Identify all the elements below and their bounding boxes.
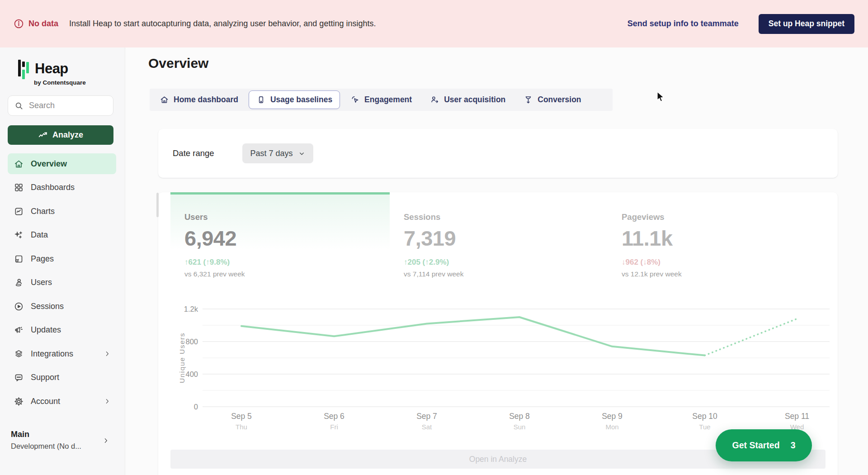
metric-users[interactable]: Users 6,942 ↑621 (↑9.8%) vs 6,321 prev w… (184, 212, 245, 278)
sidebar-item-pages[interactable]: Pages (8, 248, 116, 269)
svg-text:1.2k: 1.2k (184, 305, 198, 313)
sidebar-item-integrations[interactable]: Integrations (8, 343, 116, 364)
send-setup-info-link[interactable]: Send setup info to teammate (627, 19, 739, 28)
get-started-button[interactable]: Get Started 3 (716, 429, 812, 461)
sidebar-item-dashboards[interactable]: Dashboards (8, 177, 116, 198)
get-started-count: 3 (791, 440, 796, 451)
no-data-banner: No data Install Heap to start autocaptur… (0, 0, 868, 48)
scrollbar-thumb[interactable] (156, 193, 159, 217)
metric-sessions[interactable]: Sessions 7,319 ↑205 (↑2.9%) vs 7,114 pre… (404, 212, 463, 278)
sidebar-item-support[interactable]: Support (8, 367, 116, 388)
svg-text:Tue: Tue (699, 423, 710, 431)
heap-logo-icon (18, 59, 31, 79)
support-icon (14, 372, 24, 383)
sidebar-item-sessions[interactable]: Sessions (8, 296, 116, 317)
tab-home-dashboard[interactable]: Home dashboard (152, 90, 246, 109)
analyze-button[interactable]: Analyze (8, 125, 113, 145)
search-placeholder: Search (29, 101, 55, 110)
svg-text:Fri: Fri (330, 423, 338, 431)
tab-engagement[interactable]: Engagement (343, 90, 420, 109)
sidebar-item-updates[interactable]: Updates (8, 320, 116, 341)
funnel-icon (524, 95, 533, 104)
svg-text:Sun: Sun (514, 423, 526, 431)
svg-text:Mon: Mon (605, 423, 618, 431)
svg-text:Sep 9: Sep 9 (602, 412, 623, 421)
home-icon (160, 95, 169, 104)
workspace-switcher[interactable]: Main Development (No d... (11, 430, 115, 451)
analyze-icon (38, 130, 48, 140)
date-range-label: Date range (173, 148, 214, 158)
sidebar-item-account[interactable]: Account (8, 391, 116, 412)
date-range-dropdown[interactable]: Past 7 days (242, 143, 313, 163)
metric-comparison: vs 7,114 prev week (404, 270, 463, 278)
metric-value: 6,942 (184, 226, 245, 251)
svg-text:Thu: Thu (236, 423, 247, 431)
metric-delta: ↑621 (↑9.8%) (184, 258, 245, 267)
unique-users-chart: 0 400 800 1.2kSep 5 ThuSep 6 FriSep 7 Sa… (158, 299, 838, 434)
workspace-name: Main (11, 430, 115, 439)
date-range-card: Date range Past 7 days (158, 129, 838, 178)
chevron-right-icon (104, 350, 111, 357)
home-icon (14, 159, 24, 169)
metric-label: Pageviews (622, 212, 682, 222)
search-icon (14, 101, 24, 110)
mouse-cursor (656, 91, 666, 103)
chevron-right-icon (104, 398, 111, 405)
metric-label: Sessions (404, 212, 463, 222)
sidebar-item-data[interactable]: Data (8, 225, 116, 246)
metric-label: Users (184, 212, 245, 222)
svg-text:Sep 6: Sep 6 (324, 412, 344, 421)
logo-subtitle: by Contentsquare (34, 79, 86, 86)
svg-text:Sep 8: Sep 8 (509, 412, 530, 421)
dashboard-tabs: Home dashboard Usage baselines Engagemen… (150, 89, 613, 111)
sidebar-item-overview[interactable]: Overview (8, 153, 116, 174)
tab-conversion[interactable]: Conversion (516, 90, 589, 109)
svg-text:Sat: Sat (422, 423, 432, 431)
tab-usage-baselines[interactable]: Usage baselines (249, 90, 340, 109)
integrations-icon (14, 349, 24, 359)
svg-text:800: 800 (185, 337, 198, 346)
setup-heap-snippet-button[interactable]: Set up Heap snippet (759, 14, 854, 34)
dashboards-icon (14, 182, 24, 193)
svg-text:Sep 10: Sep 10 (692, 412, 717, 421)
sessions-icon (14, 301, 24, 312)
y-axis-label: Unique Users (178, 332, 186, 383)
metric-value: 11.1k (622, 226, 682, 251)
sidebar: Heap by Contentsquare Search Analyze Ove… (0, 48, 125, 475)
page-title: Overview (148, 56, 208, 71)
metric-comparison: vs 6,321 prev week (184, 270, 245, 278)
user-acquisition-icon (430, 95, 439, 104)
line-chart-svg: 0 400 800 1.2kSep 5 ThuSep 6 FriSep 7 Sa… (158, 299, 838, 434)
users-icon (14, 277, 24, 288)
metric-delta: ↑205 (↑2.9%) (404, 258, 463, 267)
tab-user-acquisition[interactable]: User acquisition (422, 90, 513, 109)
svg-text:Sep 11: Sep 11 (785, 412, 809, 421)
svg-text:400: 400 (185, 370, 198, 378)
sidebar-item-charts[interactable]: Charts (8, 201, 116, 222)
device-icon (256, 95, 266, 104)
search-input[interactable]: Search (8, 95, 113, 116)
banner-message: Install Heap to start autocapturing data… (69, 19, 376, 28)
updates-icon (14, 325, 24, 335)
svg-text:0: 0 (194, 403, 198, 411)
cursor-click-icon (350, 95, 360, 104)
charts-icon (14, 206, 24, 217)
metric-delta: ↓962 (↓8%) (622, 258, 682, 267)
pages-icon (14, 254, 24, 264)
info-icon (14, 19, 24, 29)
metric-comparison: vs 12.1k prev week (622, 270, 682, 278)
svg-text:Sep 5: Sep 5 (231, 412, 252, 421)
data-icon (14, 230, 24, 240)
banner-status: No data (14, 19, 58, 29)
chevron-down-icon (298, 150, 305, 157)
sidebar-item-users[interactable]: Users (8, 272, 116, 293)
logo-title: Heap (35, 59, 68, 79)
workspace-env: Development (No d... (11, 442, 115, 451)
metric-value: 7,319 (404, 226, 463, 251)
sidebar-nav: Overview Dashboards Charts Data Pages Us… (8, 153, 116, 415)
metric-pageviews[interactable]: Pageviews 11.1k ↓962 (↓8%) vs 12.1k prev… (622, 212, 682, 278)
chevron-right-icon (102, 437, 109, 444)
svg-text:Sep 7: Sep 7 (416, 412, 437, 421)
heap-logo[interactable]: Heap (18, 59, 68, 79)
banner-status-text: No data (28, 19, 58, 28)
